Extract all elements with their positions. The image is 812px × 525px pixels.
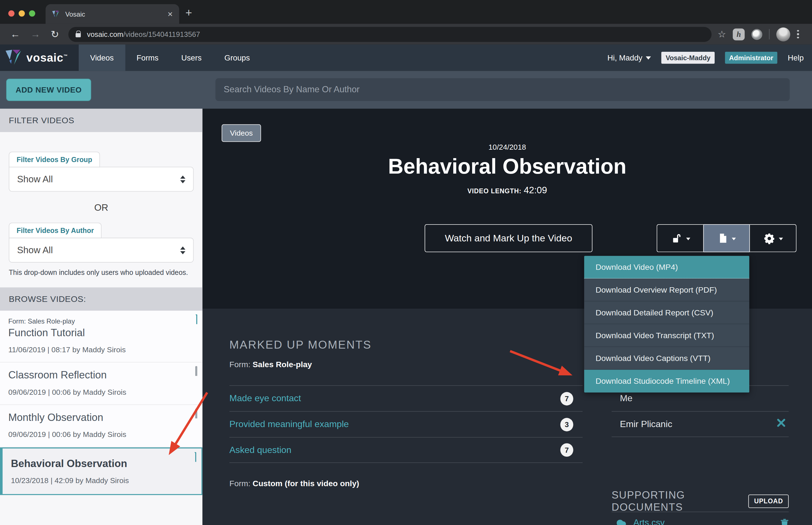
video-form-label: Form: Sales Role-play xyxy=(8,317,194,325)
watch-markup-button[interactable]: Watch and Mark Up the Video xyxy=(424,224,592,252)
moment-count-badge: 7 xyxy=(560,392,573,405)
lock-open-icon xyxy=(671,232,682,244)
video-title: Monthly Observation xyxy=(8,411,194,423)
chevron-down-icon xyxy=(732,238,736,240)
chevron-down-icon xyxy=(686,238,690,240)
video-list-item-selected[interactable]: Behavioral Observation 10/23/2018 | 42:0… xyxy=(0,447,202,495)
moment-link[interactable]: Provided meaningful example xyxy=(229,419,560,430)
menu-item-download-xml[interactable]: Download Studiocode Timeline (XML) xyxy=(584,370,749,392)
video-actions-group xyxy=(657,224,797,252)
close-tab-icon[interactable]: ✕ xyxy=(167,10,173,18)
nav-tab-groups[interactable]: Groups xyxy=(213,44,261,71)
download-dropdown-button[interactable] xyxy=(703,224,750,252)
lock-open-icon xyxy=(193,315,197,325)
maximize-window-button[interactable] xyxy=(29,11,35,17)
add-new-video-button[interactable]: ADD NEW VIDEO xyxy=(6,79,91,101)
nav-tab-videos[interactable]: Videos xyxy=(79,44,125,71)
document-icon xyxy=(616,518,627,525)
document-row: Arts.csv xyxy=(612,518,788,525)
vosaic-logo[interactable]: vosaic™ xyxy=(0,44,79,71)
menu-item-download-pdf[interactable]: Download Overview Report (PDF) xyxy=(584,279,749,301)
chevron-down-icon xyxy=(646,56,651,59)
custom-form-line: Form: Custom (for this video only) xyxy=(229,479,359,489)
close-window-button[interactable] xyxy=(8,11,14,17)
back-icon[interactable]: ← xyxy=(11,28,20,40)
page-toolbar: ADD NEW VIDEO xyxy=(0,71,812,109)
bookmark-star-icon[interactable]: ☆ xyxy=(718,28,726,40)
extension-icon[interactable] xyxy=(752,29,763,40)
tab-title: Vosaic xyxy=(65,10,167,18)
access-list: Me Emir Plicanic xyxy=(612,385,788,437)
access-row: Emir Plicanic xyxy=(612,411,788,437)
search-input[interactable] xyxy=(215,78,790,101)
lock-closed-icon xyxy=(194,367,197,376)
account-badge: Vosaic-Maddy xyxy=(661,52,715,64)
minimize-window-button[interactable] xyxy=(18,11,25,17)
video-list-item[interactable]: Monthly Observation 09/06/2019 | 00:06 b… xyxy=(0,405,202,447)
divider xyxy=(612,511,788,512)
profile-avatar[interactable] xyxy=(776,27,790,41)
brand-wordmark: vosaic™ xyxy=(27,51,68,64)
moment-link[interactable]: Made eye contact xyxy=(229,393,560,404)
video-meta: 09/06/2019 | 00:06 by Maddy Sirois xyxy=(8,388,194,396)
nav-tab-users[interactable]: Users xyxy=(170,44,213,71)
lock-open-icon xyxy=(192,453,196,462)
video-meta: 10/23/2018 | 42:09 by Maddy Sirois xyxy=(11,476,193,484)
menu-item-download-mp4[interactable]: Download Video (MP4) xyxy=(584,256,749,279)
settings-dropdown-button[interactable] xyxy=(750,224,797,252)
url-path: /videos/1540411913567 xyxy=(123,30,200,38)
address-bar[interactable]: vosaic.com/videos/1540411913567 xyxy=(69,27,711,42)
screenshot: Vosaic ✕ + ← → ↻ vosaic.com/videos/15404… xyxy=(0,0,812,525)
menu-item-download-txt[interactable]: Download Video Transcript (TXT) xyxy=(584,324,749,347)
nav-tab-forms[interactable]: Forms xyxy=(125,44,170,71)
sidebar: FILTER VIDEOS Filter Videos By Group Sho… xyxy=(0,109,202,525)
file-icon xyxy=(717,232,728,244)
group-filter-label: Filter Videos By Group xyxy=(9,152,100,167)
browser-tab[interactable]: Vosaic ✕ xyxy=(46,4,179,24)
moment-count-badge: 3 xyxy=(560,418,573,431)
trash-icon[interactable] xyxy=(781,518,788,525)
video-list-item[interactable]: Form: Sales Role-play Function Tutorial … xyxy=(0,311,202,362)
new-tab-button[interactable]: + xyxy=(185,6,192,20)
video-title: Classroom Reflection xyxy=(8,369,194,381)
close-x-icon xyxy=(777,418,785,427)
help-link[interactable]: Help xyxy=(788,54,804,62)
moment-link[interactable]: Asked question xyxy=(229,445,560,455)
video-date: 10/24/2018 xyxy=(202,143,812,151)
forward-icon: → xyxy=(31,28,41,40)
gear-icon xyxy=(763,232,775,244)
app-nav: vosaic™ Videos Forms Users Groups Hi, Ma… xyxy=(0,44,812,71)
user-menu[interactable]: Hi, Maddy xyxy=(607,54,651,62)
honey-extension-icon[interactable]: h xyxy=(733,28,745,40)
browser-menu-icon[interactable] xyxy=(797,30,799,38)
document-link[interactable]: Arts.csv xyxy=(633,518,781,525)
reload-icon[interactable]: ↻ xyxy=(51,28,59,40)
tab-strip: Vosaic ✕ + xyxy=(0,0,812,24)
url-host: vosaic.com xyxy=(87,30,123,38)
moment-row: Provided meaningful example 3 xyxy=(229,411,583,437)
chevron-down-icon xyxy=(779,238,783,240)
video-list-item[interactable]: Classroom Reflection 09/06/2019 | 00:06 … xyxy=(0,362,202,405)
download-menu: Download Video (MP4) Download Overview R… xyxy=(584,256,749,392)
menu-item-download-csv[interactable]: Download Detailed Report (CSV) xyxy=(584,301,749,324)
supporting-documents-header: SUPPORTING DOCUMENTS UPLOAD xyxy=(612,489,788,513)
moment-row: Made eye contact 7 xyxy=(229,385,583,411)
video-meta: 11/06/2019 | 08:17 by Maddy Sirois xyxy=(8,345,194,354)
marked-up-moments-header: MARKED UP MOMENTS xyxy=(229,338,371,352)
author-filter-select[interactable]: Show All xyxy=(9,238,194,262)
role-badge: Administrator xyxy=(725,52,777,64)
form-name-line: Form: Sales Role-play xyxy=(229,360,312,369)
remove-user-button[interactable] xyxy=(777,418,785,430)
upload-button[interactable]: UPLOAD xyxy=(748,495,788,508)
browse-videos-header: BROWSE VIDEOS: xyxy=(0,287,202,311)
back-to-videos-button[interactable]: Videos xyxy=(222,124,261,142)
menu-item-download-vtt[interactable]: Download Video Captions (VTT) xyxy=(584,347,749,370)
https-lock-icon xyxy=(76,33,81,37)
vosaic-favicon-icon xyxy=(52,10,60,18)
video-title: Function Tutorial xyxy=(8,327,194,339)
browser-toolbar: ← → ↻ vosaic.com/videos/1540411913567 ☆ … xyxy=(0,24,812,45)
group-filter-select[interactable]: Show All xyxy=(9,167,194,192)
privacy-dropdown-button[interactable] xyxy=(657,224,703,252)
moment-count-badge: 7 xyxy=(560,444,573,457)
video-length: VIDEO LENGTH: 42:09 xyxy=(202,185,812,196)
